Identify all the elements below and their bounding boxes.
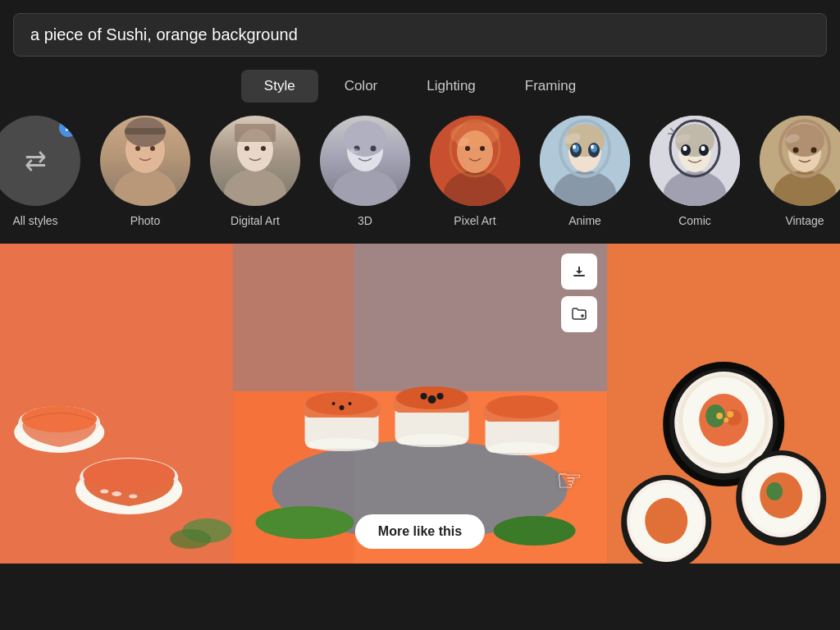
svg-rect-10: [235, 124, 276, 142]
style-label-vintage: Vintage: [785, 214, 824, 227]
svg-point-56: [811, 148, 817, 153]
svg-point-11: [244, 146, 249, 151]
svg-point-17: [371, 146, 377, 152]
search-bar: [13, 13, 827, 57]
svg-point-105: [725, 409, 742, 426]
svg-point-77: [306, 392, 378, 415]
svg-point-13: [332, 169, 398, 206]
svg-point-111: [766, 482, 783, 500]
svg-point-3: [135, 146, 140, 151]
style-digital-art[interactable]: Digital Art: [210, 116, 300, 227]
svg-point-1: [114, 169, 176, 206]
style-label-anime: Anime: [568, 214, 601, 227]
svg-point-4: [150, 146, 155, 151]
image-grid: ☞ More like this: [0, 244, 840, 564]
image-cell-right[interactable]: [607, 244, 840, 564]
svg-point-35: [573, 145, 576, 149]
search-input[interactable]: [30, 25, 810, 44]
save-folder-button[interactable]: [561, 296, 597, 332]
image-cell-center[interactable]: ☞ More like this: [233, 244, 606, 564]
svg-point-89: [428, 395, 436, 404]
image-cell-left[interactable]: [0, 244, 233, 564]
style-photo[interactable]: Photo: [100, 116, 190, 227]
selected-checkmark: ✓: [59, 119, 77, 137]
svg-rect-6: [125, 128, 166, 135]
tab-color[interactable]: Color: [322, 70, 401, 103]
style-label-photo: Photo: [130, 214, 161, 227]
svg-rect-26: [450, 122, 500, 147]
styles-row: ✓ ⇄ All styles Photo: [0, 116, 840, 244]
svg-rect-59: [0, 244, 233, 564]
style-label-comic: Comic: [678, 214, 711, 227]
style-pixel-art[interactable]: Pixel Art: [430, 116, 520, 227]
style-all-styles[interactable]: ✓ ⇄ All styles: [0, 116, 80, 227]
style-label-digital-art: Digital Art: [231, 214, 280, 227]
svg-point-70: [170, 529, 211, 549]
svg-point-62: [21, 406, 97, 432]
svg-point-117: [724, 418, 728, 422]
svg-point-115: [645, 498, 687, 544]
svg-point-86: [349, 402, 352, 405]
svg-point-93: [398, 434, 467, 447]
svg-point-46: [701, 146, 705, 151]
svg-point-92: [308, 438, 377, 451]
svg-point-90: [421, 393, 427, 399]
svg-point-94: [488, 442, 557, 455]
tab-framing[interactable]: Framing: [502, 70, 599, 103]
more-like-this-button[interactable]: More like this: [355, 514, 485, 549]
style-circle-digital-art: [210, 116, 300, 206]
svg-point-84: [340, 405, 345, 410]
svg-point-65: [83, 459, 175, 491]
svg-point-55: [793, 148, 799, 153]
svg-point-18: [349, 148, 359, 153]
style-vintage[interactable]: Vintage: [760, 116, 840, 227]
svg-point-87: [256, 506, 354, 539]
style-label-3d: 3D: [358, 214, 372, 227]
action-buttons: [561, 253, 597, 332]
svg-rect-95: [573, 275, 585, 276]
style-3d[interactable]: 3D: [320, 116, 410, 227]
tabs-container: Style Color Lighting Framing: [0, 70, 840, 103]
svg-point-85: [332, 402, 336, 405]
style-circle-anime: [540, 116, 630, 206]
svg-point-118: [727, 411, 733, 418]
svg-point-7: [224, 169, 286, 206]
style-label-all: All styles: [12, 214, 57, 227]
svg-point-36: [591, 145, 594, 149]
svg-point-68: [100, 490, 108, 494]
style-circle-comic: [650, 116, 740, 206]
style-comic[interactable]: Comic: [650, 116, 740, 227]
svg-point-83: [486, 395, 559, 418]
svg-point-12: [261, 146, 266, 151]
style-anime[interactable]: Anime: [540, 116, 630, 227]
style-circle-3d: [320, 116, 410, 206]
style-circle-all: ✓ ⇄: [0, 116, 80, 206]
svg-point-88: [494, 516, 576, 546]
tab-style[interactable]: Style: [241, 70, 318, 103]
tab-lighting[interactable]: Lighting: [404, 70, 499, 103]
svg-point-66: [112, 491, 121, 496]
svg-point-23: [480, 146, 485, 151]
style-circle-pixel-art: [430, 116, 520, 206]
svg-point-22: [465, 146, 470, 151]
style-label-pixel-art: Pixel Art: [454, 214, 495, 227]
svg-point-116: [716, 413, 723, 419]
style-circle-photo: [100, 116, 190, 206]
download-button[interactable]: [561, 253, 597, 290]
shuffle-icon: ⇄: [25, 145, 47, 176]
svg-point-45: [683, 146, 687, 151]
style-circle-vintage: [760, 116, 840, 206]
svg-point-91: [437, 393, 444, 399]
svg-point-67: [129, 495, 137, 499]
